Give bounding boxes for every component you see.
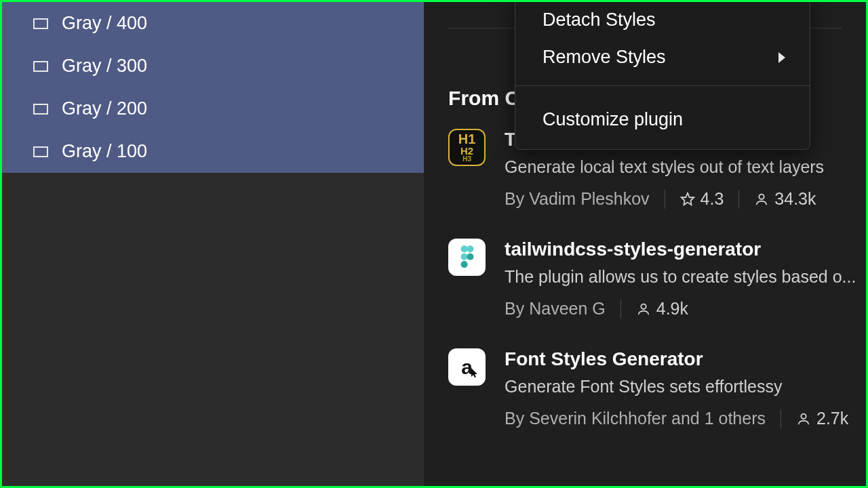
svg-point-2 <box>460 245 467 252</box>
menu-item-customize-plugin[interactable]: Customize plugin <box>515 101 810 138</box>
layer-label: Gray / 300 <box>62 56 147 77</box>
users-value: 34.3k <box>774 189 816 209</box>
plugin-meta: By Naveen G 4.9k <box>505 299 866 319</box>
svg-point-8 <box>801 413 806 418</box>
plugin-item[interactable]: tailwindcss-styles-generator The plugin … <box>448 239 866 319</box>
frame-icon <box>33 104 48 115</box>
layer-item-gray-400[interactable]: Gray / 400 <box>2 2 424 45</box>
users-value: 2.7k <box>816 409 848 428</box>
plugin-icon-heading: H1H2H3 <box>448 129 486 166</box>
plugin-users: 4.9k <box>636 299 688 319</box>
plugin-meta: By Severin Kilchhofer and 1 others 2.7k <box>505 409 866 428</box>
context-menu: Detach Styles Remove Styles Customize pl… <box>515 0 810 150</box>
star-icon <box>680 192 695 207</box>
plugin-meta: By Vadim Pleshkov 4.3 <box>505 189 866 209</box>
user-icon <box>754 192 769 207</box>
layer-item-gray-300[interactable]: Gray / 300 <box>2 45 424 87</box>
plugin-author: By Severin Kilchhofer and 1 others <box>505 409 766 428</box>
plugin-author: By Naveen G <box>505 299 606 319</box>
plugin-list: H1H2H3 T Generate local text styles out … <box>424 129 866 428</box>
svg-point-4 <box>460 253 467 260</box>
cursor-icon <box>471 360 480 383</box>
chevron-right-icon <box>778 52 785 63</box>
frame-icon <box>33 61 48 72</box>
layer-label: Gray / 200 <box>62 98 147 119</box>
plugin-name: Font Styles Generator <box>505 348 866 370</box>
svg-point-6 <box>460 261 467 268</box>
menu-item-label: Customize plugin <box>542 109 683 130</box>
plugin-icon-font: a <box>448 348 486 386</box>
svg-point-3 <box>467 245 473 252</box>
divider <box>781 409 781 428</box>
plugin-author: By Vadim Pleshkov <box>505 189 650 209</box>
menu-item-detach-styles[interactable]: Detach Styles <box>515 1 810 39</box>
layer-item-gray-100[interactable]: Gray / 100 <box>2 130 424 173</box>
menu-separator <box>515 85 810 86</box>
svg-marker-0 <box>681 192 693 204</box>
users-value: 4.9k <box>656 299 688 319</box>
plugin-description: The plugin allows us to create styles ba… <box>505 267 866 287</box>
divider <box>665 190 665 209</box>
app-root: Gray / 400 Gray / 300 Gray / 200 Gray / … <box>2 2 866 486</box>
layer-label: Gray / 400 <box>62 13 147 34</box>
svg-point-5 <box>467 253 473 260</box>
layer-item-gray-200[interactable]: Gray / 200 <box>2 87 424 130</box>
menu-item-label: Remove Styles <box>542 47 666 68</box>
rating-value: 4.3 <box>701 189 724 209</box>
layers-panel: Gray / 400 Gray / 300 Gray / 200 Gray / … <box>2 2 424 486</box>
user-icon <box>636 302 651 317</box>
svg-point-1 <box>760 194 764 199</box>
plugin-users: 2.7k <box>796 409 848 428</box>
divider <box>620 300 621 319</box>
menu-item-label: Detach Styles <box>542 9 656 30</box>
frame-icon <box>33 146 48 157</box>
plugin-users: 34.3k <box>754 189 816 209</box>
plugin-body: Font Styles Generator Generate Font Styl… <box>505 348 866 428</box>
user-icon <box>796 411 811 426</box>
selected-layers-group: Gray / 400 Gray / 300 Gray / 200 Gray / … <box>2 2 424 173</box>
plugin-icon-figma <box>448 239 486 276</box>
plugin-description: Generate local text styles out of text l… <box>505 157 866 177</box>
layer-label: Gray / 100 <box>62 141 147 162</box>
frame-icon <box>33 18 48 29</box>
menu-item-remove-styles[interactable]: Remove Styles <box>515 39 810 76</box>
plugin-description: Generate Font Styles sets effortlessy <box>505 377 866 396</box>
plugin-body: tailwindcss-styles-generator The plugin … <box>505 239 866 319</box>
divider <box>738 190 739 209</box>
plugin-name: tailwindcss-styles-generator <box>505 239 866 260</box>
plugin-item[interactable]: a Font Styles Generator Generate Font St… <box>448 348 866 428</box>
svg-point-7 <box>641 304 646 308</box>
plugin-rating: 4.3 <box>680 189 724 209</box>
